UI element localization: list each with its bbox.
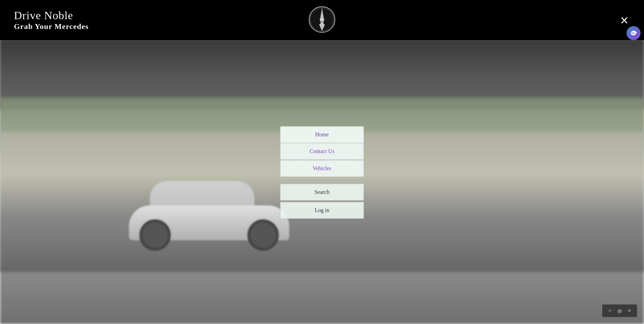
bottom-icon-menu[interactable]: ≡ (625, 307, 634, 315)
spiral-icon[interactable] (627, 26, 641, 40)
nav-item-vehicles[interactable]: Vehicles (280, 160, 364, 177)
bottom-icon-circle[interactable]: ○ (606, 307, 614, 315)
site-title: Drive Noble (14, 9, 73, 22)
nav-item-login[interactable]: Log in (280, 202, 364, 219)
header-logo (308, 6, 336, 35)
header: Drive Noble Grab Your Mercedes × (0, 0, 644, 40)
close-button[interactable]: × (619, 12, 630, 29)
bottom-icon-eye[interactable]: ◎ (615, 307, 624, 315)
nav-overlay: Home Contact Us Vehicles Search Log in (0, 0, 644, 324)
bottom-icons-bar: ○ ◎ ≡ (602, 304, 637, 317)
nav-menu: Home Contact Us Vehicles Search Log in (280, 126, 364, 219)
nav-item-search[interactable]: Search (280, 184, 364, 201)
site-subtitle: Grab Your Mercedes (14, 22, 89, 31)
spiral-svg (629, 29, 638, 37)
header-brand: Drive Noble Grab Your Mercedes (14, 9, 89, 31)
mercedes-star-icon (308, 6, 336, 33)
nav-item-contact[interactable]: Contact Us (280, 143, 364, 160)
nav-item-home[interactable]: Home (280, 126, 364, 143)
svg-point-5 (320, 17, 324, 22)
